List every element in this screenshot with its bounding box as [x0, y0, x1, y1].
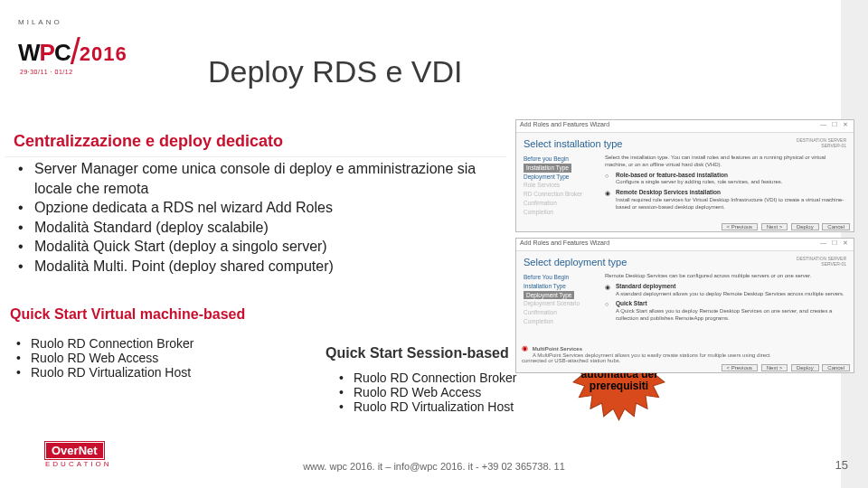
wizard-step: Confirmation	[524, 308, 596, 317]
wizard-step-active: Deployment Type	[524, 291, 574, 300]
wizard-title: Add Roles and Features Wizard	[520, 121, 609, 127]
wizard-titlebar: Add Roles and Features Wizard — ☐ ✕	[516, 239, 854, 251]
radio-option: Quick Start A Quick Start allows you to …	[605, 300, 848, 322]
bullet-item: Modalità Multi. Point (deploy shared com…	[18, 257, 506, 277]
option-body: A MultiPoint Services deployment allows …	[522, 352, 770, 363]
page-number: 15	[835, 458, 848, 472]
option-title: MultiPoint Services	[533, 346, 582, 352]
wizard-step: Before you Begin	[524, 155, 596, 164]
logo-letter: W	[18, 39, 40, 66]
wizard-step: Completion	[524, 317, 596, 326]
section-heading-3: Quick Start Session-based	[326, 345, 533, 361]
vm-based-list: Ruolo RD Connection Broker Ruolo RD Web …	[16, 336, 297, 380]
wizard-buttons: < Previous Next > Deploy Cancel	[720, 224, 850, 230]
wizard-steps: Before You Begin Installation Type Deplo…	[516, 271, 599, 328]
slide-title: Deploy RDS e VDI	[208, 54, 463, 89]
prev-button: < Previous	[722, 223, 759, 230]
footer-contact: www. wpc 2016. it – info@wpc 2016. it - …	[0, 461, 868, 472]
main-bullet-list: Server Manager come unica console di dep…	[18, 159, 506, 277]
wizard-content: Select the installation type. You can in…	[599, 153, 854, 218]
option-body: A standard deployment allows you to depl…	[616, 291, 844, 296]
option-title: Remote Desktop Services installation	[616, 189, 721, 195]
wizard-header-text: Select deployment type	[524, 257, 627, 267]
logo-year: 2016	[80, 42, 127, 65]
wizard-installation-type: Add Roles and Features Wizard — ☐ ✕ Sele…	[515, 119, 854, 232]
logo-wpc: WPC/2016	[18, 28, 172, 69]
cancel-button: Cancel	[822, 223, 850, 230]
wizard-destination: DESTINATION SERVER SERVER-01	[797, 138, 846, 148]
logo-dates: 29·30/11 · 01/12	[20, 69, 172, 75]
wizard-buttons: < Previous Next > Deploy Cancel	[720, 365, 850, 371]
wizard-step: Confirmation	[524, 199, 596, 208]
session-based-list: Ruolo RD Connection Broker Ruolo RD Web …	[339, 371, 542, 414]
list-item: Ruolo RD Web Access	[339, 385, 542, 399]
next-button: Next >	[761, 364, 788, 371]
wizard-step: Before You Begin	[524, 273, 596, 282]
wizard-content: Remote Desktop Services can be configure…	[599, 271, 854, 328]
logo-slash: /	[71, 32, 80, 71]
option-title: Quick Start	[616, 300, 647, 306]
prev-button: < Previous	[722, 364, 759, 371]
list-item: Ruolo RD Web Access	[16, 351, 297, 365]
wizard-title: Add Roles and Features Wizard	[520, 239, 609, 246]
radio-option-selected: Remote Desktop Services installation Ins…	[605, 189, 848, 211]
window-controls-icon: — ☐ ✕	[820, 239, 850, 247]
option-title: Role-based or feature-based installation	[616, 172, 728, 178]
wizard-screenshots: Add Roles and Features Wizard — ☐ ✕ Sele…	[515, 119, 854, 379]
event-logo: MILANO WPC/2016 29·30/11 · 01/12	[18, 18, 172, 72]
header: MILANO WPC/2016 29·30/11 · 01/12 Deploy …	[18, 18, 850, 90]
bullet-item: Server Manager come unica console di dep…	[18, 159, 506, 198]
wizard-header: Select installation type DESTINATION SER…	[516, 133, 854, 153]
dest-value: SERVER-01	[821, 143, 846, 148]
dest-value: SERVER-01	[821, 261, 846, 267]
deploy-button: Deploy	[791, 223, 819, 230]
window-controls-icon: — ☐ ✕	[820, 121, 850, 128]
option-body: A Quick Start allows you to deploy Remot…	[616, 308, 832, 321]
list-item: Ruolo RD Virtualization Host	[339, 399, 542, 414]
bullet-item: Modalità Quick Start (deploy a singolo s…	[18, 237, 506, 257]
wizard-step: Installation Type	[524, 282, 596, 291]
wizard-intro: Select the installation type. You can in…	[605, 155, 848, 169]
logo-letter: P	[40, 39, 54, 66]
section-heading-2: Quick Start Virtual machine-based	[5, 303, 303, 326]
wizard-step-active: Installation Type	[524, 164, 571, 173]
cancel-button: Cancel	[822, 364, 850, 371]
list-item: Ruolo RD Connection Broker	[339, 371, 542, 385]
radio-option-selected: Standard deployment A standard deploymen…	[605, 283, 848, 298]
multipoint-option: ◉ MultiPoint Services A MultiPoint Servi…	[522, 344, 793, 363]
logo-top: MILANO	[18, 18, 172, 26]
list-item: Ruolo RD Virtualization Host	[16, 365, 297, 380]
wizard-step: Deployment Scenario	[524, 299, 596, 308]
option-body: Configure a single server by adding role…	[616, 179, 782, 184]
wizard-deployment-type: Add Roles and Features Wizard — ☐ ✕ Sele…	[515, 238, 854, 373]
wizard-step: Deployment Type	[524, 173, 596, 182]
wizard-body: Before You Begin Installation Type Deplo…	[516, 271, 854, 328]
logo-letter: C	[54, 39, 71, 66]
option-title: Standard deployment	[616, 283, 675, 289]
wizard-step: Completion	[524, 208, 596, 217]
wizard-titlebar: Add Roles and Features Wizard — ☐ ✕	[516, 120, 854, 133]
wizard-destination: DESTINATION SERVER SERVER-01	[797, 257, 846, 267]
list-item: Ruolo RD Connection Broker	[16, 336, 297, 351]
wizard-body: Before you Begin Installation Type Deplo…	[516, 153, 854, 218]
bullet-item: Modalità Standard (deploy scalabile)	[18, 218, 506, 238]
wizard-step: Role Services	[524, 181, 596, 190]
overnet-logo: OverNet	[45, 442, 104, 459]
bullet-item: Opzione dedicata a RDS nel wizard Add Ro…	[18, 198, 506, 218]
wizard-header: Select deployment type DESTINATION SERVE…	[516, 251, 854, 271]
radio-option: Role-based or feature-based installation…	[605, 172, 848, 187]
wizard-steps: Before you Begin Installation Type Deplo…	[516, 153, 599, 218]
radio-icon: ◉	[522, 344, 528, 352]
wizard-header-text: Select installation type	[524, 138, 622, 149]
wizard-step: RD Connection Broker	[524, 190, 596, 199]
wizard-intro: Remote Desktop Services can be configure…	[605, 273, 848, 280]
section-heading-1: Centralizzazione e deploy dedicato	[5, 127, 506, 157]
next-button: Next >	[761, 223, 788, 230]
option-body: Install required role services for Virtu…	[616, 197, 844, 210]
deploy-button: Deploy	[791, 364, 819, 371]
